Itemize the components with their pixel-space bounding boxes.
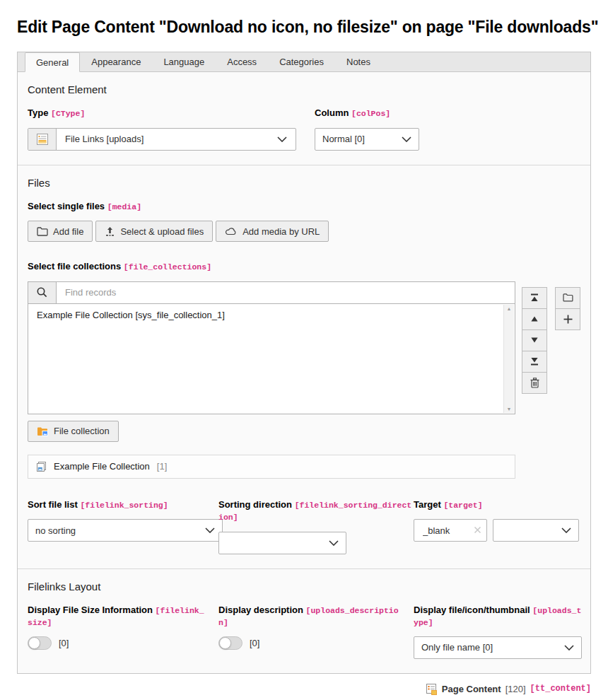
- type-field-label: Type [CType]: [28, 107, 296, 119]
- chevron-down-icon: [564, 645, 574, 651]
- column-label-text: Column: [315, 107, 349, 118]
- section-heading: Files: [28, 177, 580, 189]
- filesize-field-label: Display File Size Information [filelink_…: [28, 604, 204, 629]
- display-type-label-text: Display file/icon/thumbnail: [414, 605, 530, 615]
- move-up-icon: [530, 315, 539, 322]
- chevron-down-icon: [329, 540, 339, 546]
- toggle-knob: [28, 637, 40, 649]
- add-file-label: Add file: [53, 226, 83, 237]
- media-label-text: Select single files: [28, 201, 105, 211]
- selected-collection-count: [1]: [157, 461, 167, 472]
- display-type-select-value: Only file name [0]: [421, 642, 493, 653]
- chevron-down-icon: [277, 136, 287, 142]
- add-media-by-url-button[interactable]: Add media by URL: [216, 221, 329, 242]
- selected-collection-title: Example File Collection: [54, 461, 150, 472]
- record-table-code: [tt_content]: [530, 684, 591, 694]
- clear-icon[interactable]: [474, 526, 481, 534]
- media-field-label: Select single files [media]: [28, 200, 580, 213]
- folder-icon: [563, 293, 573, 302]
- move-down-icon: [530, 337, 539, 344]
- move-to-bottom-button[interactable]: [522, 351, 547, 373]
- move-to-top-button[interactable]: [522, 287, 547, 309]
- description-field-label: Display description [uploads_description…: [218, 604, 399, 629]
- search-icon: [28, 282, 57, 303]
- find-records-input[interactable]: [57, 282, 515, 303]
- move-up-button[interactable]: [522, 308, 547, 330]
- select-upload-files-label: Select & upload files: [120, 226, 204, 237]
- add-media-by-url-label: Add media by URL: [242, 226, 320, 237]
- media-field-code: [media]: [107, 202, 141, 211]
- sort-select[interactable]: no sorting: [28, 519, 223, 542]
- tab-notes[interactable]: Notes: [335, 52, 382, 71]
- sort-field-code: [filelink_sorting]: [80, 501, 168, 510]
- scroll-down-icon[interactable]: ▼: [507, 407, 512, 412]
- tab-appearance[interactable]: Appearance: [80, 52, 152, 71]
- add-file-button[interactable]: Add file: [28, 221, 93, 242]
- description-toggle[interactable]: [218, 636, 242, 650]
- display-type-field-label: Display file/icon/thumbnail [uploads_typ…: [414, 604, 582, 629]
- chevron-down-icon: [402, 136, 411, 142]
- section-filelinks-layout: Filelinks Layout Display File Size Infor…: [18, 568, 590, 673]
- target-select[interactable]: [493, 519, 579, 542]
- remove-selected-button[interactable]: [522, 372, 547, 394]
- move-to-top-icon: [530, 293, 539, 302]
- folder-icon: [37, 227, 48, 236]
- page-content-record-icon: [426, 683, 438, 695]
- list-browse-buttons: [555, 287, 580, 414]
- file-collections-listbox[interactable]: Example File Collection [sys_file_collec…: [28, 304, 515, 414]
- upload-icon: [105, 226, 115, 237]
- chevron-down-icon: [561, 527, 571, 533]
- target-field-code: [target]: [443, 501, 482, 510]
- scroll-up-icon[interactable]: ▲: [507, 306, 512, 311]
- list-item[interactable]: Example File Collection [sys_file_collec…: [28, 304, 515, 326]
- column-select[interactable]: Normal [0]: [315, 128, 419, 151]
- file-collection-button[interactable]: File collection: [28, 421, 119, 442]
- direction-field-label: Sorting direction [filelink_sorting_dire…: [218, 498, 414, 523]
- file-collection-icon: [37, 426, 49, 436]
- listbox-scrollbar[interactable]: ▲ ▼: [503, 305, 514, 413]
- edit-form-panel: General Appearance Language Access Categ…: [17, 52, 591, 674]
- direction-label-text: Sorting direction: [218, 499, 292, 510]
- tabbar: General Appearance Language Access Categ…: [18, 52, 590, 72]
- tab-access[interactable]: Access: [216, 52, 268, 71]
- filesize-toggle-value: [0]: [59, 638, 69, 648]
- select-upload-files-button[interactable]: Select & upload files: [95, 221, 213, 242]
- section-heading: Filelinks Layout: [28, 581, 580, 593]
- display-type-select[interactable]: Only file name [0]: [414, 636, 582, 659]
- target-field-label: Target [target]: [414, 498, 582, 511]
- tab-categories[interactable]: Categories: [268, 52, 335, 71]
- file-collections-field-label: Select file collections [file_collection…: [28, 260, 580, 273]
- type-label-text: Type: [28, 107, 48, 118]
- record-id: [120]: [505, 684, 526, 694]
- section-files: Files Select single files [media] Add fi…: [18, 165, 590, 568]
- column-field-label: Column [colPos]: [315, 107, 419, 119]
- filesize-label-text: Display File Size Information: [28, 605, 153, 615]
- sort-select-value: no sorting: [35, 525, 76, 536]
- selected-collection-row[interactable]: Example File Collection [1]: [28, 455, 515, 479]
- column-field-code: [colPos]: [351, 109, 390, 118]
- chevron-down-icon: [205, 527, 215, 533]
- tab-language[interactable]: Language: [152, 52, 216, 71]
- file-collections-field-code: [file_collections]: [124, 262, 211, 272]
- type-field-code: [CType]: [51, 109, 85, 118]
- browse-records-button[interactable]: [555, 287, 580, 309]
- filesize-toggle[interactable]: [28, 636, 52, 650]
- target-label-text: Target: [414, 499, 441, 510]
- section-heading: Content Element: [28, 83, 580, 95]
- tab-general[interactable]: General: [25, 52, 80, 72]
- move-to-bottom-icon: [530, 357, 539, 366]
- sorting-direction-select[interactable]: [218, 532, 346, 554]
- move-down-button[interactable]: [522, 329, 547, 351]
- record-type: Page Content: [442, 684, 501, 694]
- description-label-text: Display description: [218, 605, 303, 615]
- type-select[interactable]: File Links [uploads]: [28, 128, 296, 151]
- file-collections-label-text: Select file collections: [28, 261, 121, 272]
- trash-icon: [530, 378, 539, 388]
- add-record-button[interactable]: [555, 308, 580, 330]
- column-select-value: Normal [0]: [322, 134, 365, 144]
- file-collection-button-label: File collection: [54, 426, 110, 436]
- target-input[interactable]: [421, 525, 469, 537]
- collection-record-icon: [35, 461, 47, 472]
- page-title: Edit Page Content "Download no icon, no …: [17, 18, 591, 37]
- cloud-icon: [225, 227, 238, 235]
